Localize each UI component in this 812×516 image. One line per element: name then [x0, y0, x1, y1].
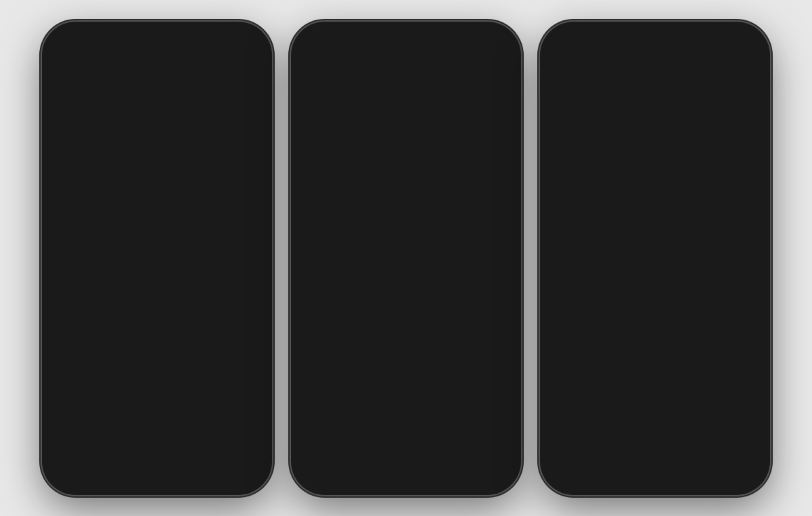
achievement-desc: Experience your first rainfall. [96, 110, 256, 121]
achievement-item[interactable]: Bringer Of Rain Experience your first ra… [49, 88, 265, 132]
achievement-desc: Check your forecast 30 days in a row. [594, 330, 754, 341]
empty-circle [58, 230, 88, 260]
achievement-item[interactable]: ??? Figure this one out for yourself. [298, 445, 514, 488]
achievement-item[interactable]: Ice Queen Find an area with an active wi… [49, 458, 265, 488]
achievement-title: It Puts The Sunscreen On Its Skin [96, 227, 256, 251]
achievement-item[interactable]: It Puts The Sunscreen On Its Skin Experi… [49, 220, 265, 271]
achievement-item[interactable]: Swashbuckler Unlock 25 secret locations. [547, 220, 763, 264]
achievement-desc: Check your forecast 7 days in a row. [594, 286, 754, 297]
achievement-item[interactable]: 33% Forecast Fledgling Encounter 3 diffe… [298, 88, 514, 132]
progress-circle: 14% [556, 271, 586, 300]
achievement-item[interactable]: Apollo Smiles Upon You Get a forecast wi… [49, 271, 265, 321]
achievement-desc: Find an area with an active fire hazard. [96, 387, 256, 398]
achievement-item[interactable]: Nite Owl Check the weather late, late at… [298, 176, 514, 220]
close-button[interactable]: ✕ [482, 58, 503, 80]
achievement-item[interactable]: Don't Eat The Yellow Snow Experience you… [49, 132, 265, 176]
phone-phone1: 5:07 ↑ ▲▲▲ ▾ ▮▮▮ Achievements 0/32 ✕ Bri [42, 22, 272, 495]
phones-container: 5:07 ↑ ▲▲▲ ▾ ▮▮▮ Achievements 0/32 ✕ Bri [28, 8, 784, 509]
achievement-item[interactable]: Cow Dodger Find an area with an active t… [49, 408, 265, 458]
achievement-item[interactable]: Social Media Ninja Share your forecast o… [547, 132, 763, 176]
achievement-desc: Confess your love for me. [594, 418, 754, 429]
achievement-desc: Check the weather for a city a great dis… [345, 328, 505, 350]
status-time: 5:07 ↑ [314, 37, 342, 49]
achievement-item[interactable]: ??? Figure this one out for yourself. [547, 440, 763, 484]
achievement-text: Who Pissed Off The Rain Gods?! Get a for… [96, 329, 256, 354]
achievement-title: Blow Me [96, 185, 256, 197]
screen-content: 5:07 ↑ ▲▲▲ ▾ ▮▮▮ Achievements 0/32 ✕ [298, 28, 514, 488]
achievement-text: ??? Figure this one out for yourself. [345, 454, 505, 479]
empty-circle [556, 95, 586, 124]
achievement-item[interactable]: 3% Super Streaker Check your forecast 30… [547, 308, 763, 352]
achievement-item[interactable]: 8% Meteorological Master Encounter 12 di… [298, 132, 514, 176]
achievement-text: ??? Figure this one out for yourself. [594, 448, 754, 473]
status-icons: ▲▲▲ ▾ ▮▮▮ [204, 39, 249, 47]
app-header: Achievements 0/32 ✕ [49, 53, 265, 88]
achievement-title: Swashbuckler [594, 229, 754, 241]
achievement-title: No Glove, No Love [345, 367, 505, 379]
empty-circle [58, 371, 88, 400]
achievement-title: Who Pissed Off The Rain Gods?! [96, 329, 256, 342]
empty-circle [307, 317, 337, 347]
achievement-desc: Check the weather late, late at night. [345, 198, 505, 209]
achievement-text: Sweet Talker Confess your love for me. [594, 404, 754, 429]
progress-circle: 33% [307, 95, 337, 124]
achievement-item[interactable]: Sweet Talker Confess your love for me. [547, 396, 763, 440]
phone-screen: 5:07 ↑ ▲▲▲ ▾ ▮▮▮ Achievements 0/32 ✕ Bri [49, 28, 265, 488]
achievement-item[interactable]: 20% Tourist Travel (in person) to 5 diff… [298, 220, 514, 264]
achievements-list[interactable]: Gospel Spreader Share your forecast on t… [547, 88, 763, 488]
achievement-desc: Experience winds of 10 mph or greater. [96, 198, 256, 209]
status-icons: ▲▲▲ ▾ ▮▮▮ [453, 39, 498, 47]
empty-circle [556, 139, 586, 168]
achievement-item[interactable]: No Glove, No Love Visit a sexy town. [298, 357, 514, 401]
empty-circle [58, 467, 88, 488]
achievement-title: Ice Queen [96, 465, 256, 477]
achievement-title: Adventurer [594, 185, 754, 197]
achievement-item[interactable]: 3% Globetrotter Travel (in person) to 30… [298, 264, 514, 308]
achievement-title: Bringer Of Rain [96, 97, 256, 109]
phone-screen: 5:07 ↑ ▲▲▲ ▾ ▮▮▮ Achievements 0/32 ✕ Gos [547, 28, 763, 488]
empty-circle [58, 280, 88, 310]
battery-icon: ▮▮▮ [735, 39, 747, 47]
empty-circle [58, 183, 88, 212]
achievement-item[interactable]: Adventurer Unlock 5 secret locations. [547, 176, 763, 220]
achievement-text: Tourist Travel (in person) to 5 differen… [345, 229, 505, 253]
app-header-title: Achievements 0/32 [60, 58, 218, 79]
achievements-list[interactable]: Bringer Of Rain Experience your first ra… [49, 88, 265, 488]
achievement-item[interactable]: 14% Streaker Check your forecast 7 days … [547, 264, 763, 308]
status-time: 5:07 ↑ [65, 37, 93, 49]
close-button[interactable]: ✕ [731, 58, 752, 80]
achievement-desc: Experience a dangerously high UV index. [96, 252, 256, 263]
achievement-text: Social Media Ninja Share your forecast o… [594, 141, 754, 165]
achievement-item[interactable]: Who Pissed Off The Rain Gods?! Get a for… [49, 320, 265, 364]
achievement-text: Forecast Fledgling Encounter 3 different… [345, 97, 505, 121]
achievement-item[interactable]: 0% Ultra Streaker Check your forecast 36… [547, 352, 763, 396]
achievement-item[interactable]: Privacy Freak Prevent the NSA from track… [298, 401, 514, 445]
empty-circle [556, 446, 586, 476]
wifi-icon: ▾ [727, 39, 731, 47]
progress-circle: 3% [307, 271, 337, 300]
close-button[interactable]: ✕ [233, 58, 254, 80]
achievement-text: Blow Me Experience winds of 10 mph or gr… [96, 185, 256, 209]
achievement-text: No Glove, No Love Visit a sexy town. [345, 367, 505, 391]
achievement-text: Nite Owl Check the weather late, late at… [345, 185, 505, 209]
achievement-item[interactable]: Collector Download one of my counterpart… [547, 484, 763, 488]
achievement-desc: Figure this one out for yourself. [594, 462, 754, 473]
achievement-item[interactable]: Blow Me Experience winds of 10 mph or gr… [49, 176, 265, 220]
achievement-title: Gospel Spreader [594, 97, 754, 109]
achievement-item[interactable]: Farseer Check the weather for a city a g… [298, 308, 514, 358]
achievement-title: Sweet Talker [594, 404, 754, 417]
signal-icon: ▲▲▲ [453, 39, 475, 47]
empty-circle [556, 402, 586, 432]
achievement-desc: Get a forecast with 3 straight days of r… [96, 343, 256, 354]
achievement-item[interactable]: Firewatcher Find an area with an active … [49, 364, 265, 408]
achievement-item[interactable]: Gospel Spreader Share your forecast on t… [547, 88, 763, 132]
achievement-title: Ultra Streaker [594, 360, 754, 373]
achievement-text: Streaker Check your forecast 7 days in a… [594, 273, 754, 297]
achievement-text: Globetrotter Travel (in person) to 30 di… [345, 273, 505, 297]
app-header: Achievements 0/32 ✕ [547, 53, 763, 88]
phone-phone3: 5:07 ↑ ▲▲▲ ▾ ▮▮▮ Achievements 0/32 ✕ Gos [540, 22, 770, 495]
screen-content: 5:07 ↑ ▲▲▲ ▾ ▮▮▮ Achievements 0/32 ✕ Bri [49, 28, 265, 488]
achievements-list[interactable]: 33% Forecast Fledgling Encounter 3 diffe… [298, 88, 514, 488]
app-header-title: Achievements 0/32 [309, 58, 467, 79]
achievement-desc: Unlock 25 secret locations. [594, 242, 754, 253]
